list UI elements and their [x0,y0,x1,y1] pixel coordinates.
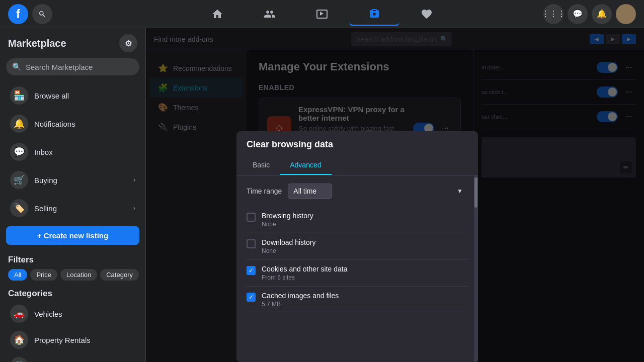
create-listing-button[interactable]: + Create new listing [6,226,139,245]
filters-section: Filters All Price Location Category [0,249,145,285]
vehicles-icon: 🚗 [10,305,28,323]
clear-option-browsing-history: Browsing history None [247,207,468,233]
download-history-detail: None [262,247,468,254]
cached-text: Cached images and files 5.7 MB [262,292,468,308]
settings-gear-btn[interactable]: ⚙ [119,34,137,52]
main-layout: Marketplace ⚙ 🔍 Search Marketplace 🏪 Bro… [0,28,644,362]
filters-bar: All Price Location Category [8,269,137,281]
top-nav: f ⋮⋮⋮ 💬 🔔 [0,0,644,28]
clear-option-download-history: Download history None [247,233,468,260]
time-range-select[interactable]: All time [288,184,332,199]
cookies-label: Cookies and other site data [262,265,468,273]
selling-icon: 🏷️ [10,199,28,217]
category-apparel[interactable]: 👕 Apparel [2,353,143,362]
buying-chevron-icon: › [133,176,135,184]
property-rentals-label: Property Rentals [34,336,91,344]
nav-dating[interactable] [401,2,452,26]
browsing-history-label: Browsing history [262,212,468,220]
selling-label: Selling [34,204,57,213]
cached-detail: 5.7 MB [262,301,468,308]
nav-home[interactable] [192,2,243,26]
clear-option-cookies: Cookies and other site data From 6 sites [247,260,468,287]
nav-friends[interactable] [245,2,295,26]
notifications-icon: 🔔 [10,115,28,133]
fb-marketplace-sidebar: Marketplace ⚙ 🔍 Search Marketplace 🏪 Bro… [0,28,146,362]
modal-scrollbar-thumb [474,177,477,208]
browsing-history-detail: None [262,221,468,228]
nav-center [192,2,452,26]
nav-right: ⋮⋮⋮ 💬 🔔 [543,4,636,24]
marketplace-title: Marketplace [8,38,66,49]
browsing-history-checkbox[interactable] [247,213,256,222]
time-range-row: Time range All time ▼ [247,184,468,199]
browse-all-label: Browse all [34,92,69,100]
cached-checkbox[interactable] [247,293,256,302]
nav-left: f [8,4,52,24]
clear-option-cached: Cached images and files 5.7 MB [247,287,468,313]
search-button[interactable] [32,4,52,24]
messenger-btn[interactable]: 💬 [568,4,588,24]
modal-body: Time range All time ▼ Browsing history [236,175,478,362]
browsing-history-text: Browsing history None [262,212,468,228]
filter-chip-all[interactable]: All [8,269,27,281]
notifications-btn[interactable]: 🔔 [592,4,612,24]
nav-watch[interactable] [297,2,347,26]
sidebar-item-inbox[interactable]: 💬 Inbox [2,138,143,166]
buying-label: Buying [34,176,57,185]
nav-marketplace[interactable] [349,2,399,26]
apparel-icon: 👕 [10,357,28,362]
categories-title: Categories [0,285,145,301]
sidebar-item-selling[interactable]: 🏷️ Selling › [2,194,143,222]
clear-browsing-data-modal: Clear browsing data Basic Advanced Time … [236,131,478,362]
browse-all-icon: 🏪 [10,86,28,105]
search-marketplace-icon: 🔍 [12,62,22,71]
sidebar-item-buying[interactable]: 🛒 Buying › [2,166,143,194]
grid-menu-btn[interactable]: ⋮⋮⋮ [543,4,564,24]
buying-icon: 🛒 [10,171,28,189]
time-range-label: Time range [247,187,282,195]
modal-tabs: Basic Advanced [236,156,478,175]
filter-chip-location[interactable]: Location [60,269,97,281]
selling-chevron-icon: › [133,205,135,212]
category-property-rentals[interactable]: 🏠 Property Rentals [2,327,143,353]
search-marketplace-placeholder: Search Marketplace [26,63,93,71]
inbox-label: Inbox [34,148,53,156]
category-vehicles[interactable]: 🚗 Vehicles [2,301,143,327]
property-rentals-icon: 🏠 [10,331,28,349]
cookies-checkbox[interactable] [247,266,256,275]
download-history-text: Download history None [262,238,468,254]
filter-chip-price[interactable]: Price [30,269,57,281]
modal-tab-basic[interactable]: Basic [243,156,280,175]
download-history-checkbox[interactable] [247,239,256,248]
vehicles-label: Vehicles [34,310,62,318]
facebook-logo[interactable]: f [8,4,28,24]
select-arrow-icon: ▼ [457,188,463,195]
sidebar-item-browse-all[interactable]: 🏪 Browse all [2,81,143,110]
modal-tab-advanced[interactable]: Advanced [280,156,331,175]
modal-title: Clear browsing data [236,131,478,156]
modal-scrollbar[interactable] [474,175,478,362]
time-range-select-wrapper: All time ▼ [288,184,468,199]
cached-label: Cached images and files [262,292,468,300]
search-marketplace-bar[interactable]: 🔍 Search Marketplace [6,58,139,75]
notifications-label: Notifications [34,120,75,128]
user-avatar[interactable] [616,4,636,24]
sidebar-item-notifications[interactable]: 🔔 Notifications [2,110,143,138]
download-history-label: Download history [262,238,468,246]
inbox-icon: 💬 [10,143,28,161]
cookies-detail: From 6 sites [262,274,468,281]
modal-backdrop: Clear browsing data Basic Advanced Time … [146,28,644,362]
cookies-text: Cookies and other site data From 6 sites [262,265,468,281]
filters-title: Filters [8,255,137,265]
main-content-area: Today's picks Find more add-ons 🔍 ◀ ▶ [146,28,644,362]
marketplace-title-area: Marketplace ⚙ [0,34,145,58]
filter-chip-category[interactable]: Category [100,269,139,281]
